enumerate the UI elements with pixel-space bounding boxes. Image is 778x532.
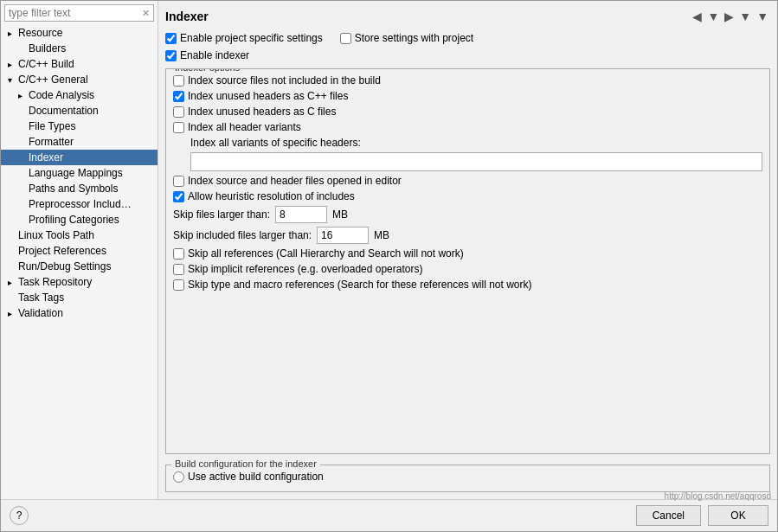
filter-input[interactable]	[9, 7, 142, 19]
sidebar-item-label-builders: Builders	[29, 42, 66, 54]
option-row-index-all-header: Index all header variants	[173, 121, 762, 133]
tree-arrow-icon: ▸	[8, 29, 16, 38]
sidebar-item-label-task-tags: Task Tags	[18, 292, 64, 304]
allow-heuristic-row: Allow heuristic resolution of includes	[173, 190, 762, 202]
sidebar-item-file-types[interactable]: File Types	[1, 119, 158, 134]
skip-implicit-refs-checkbox[interactable]	[173, 264, 184, 275]
sidebar-item-label-profiling-categories: Profiling Categories	[29, 214, 119, 226]
tree-arrow-icon: ▸	[8, 309, 16, 318]
enable-indexer-row: Enable indexer	[165, 49, 770, 61]
allow-heuristic-label: Allow heuristic resolution of includes	[188, 190, 355, 202]
specific-headers-input[interactable]	[190, 152, 762, 171]
skip-implicit-refs-label: Skip implicit references (e.g. overloade…	[188, 263, 422, 275]
index-source-editor-label: Index source and header files opened in …	[188, 175, 402, 187]
store-with-project-row: Store settings with project	[340, 32, 473, 44]
index-all-header-checkbox[interactable]	[173, 122, 184, 133]
filter-box[interactable]: ✕	[4, 4, 154, 22]
skip-files-input[interactable]	[275, 206, 327, 223]
dialog-footer: ? Cancel OK	[1, 499, 777, 531]
sidebar-item-run-debug[interactable]: Run/Debug Settings	[1, 259, 158, 274]
sidebar-item-profiling-categories[interactable]: Profiling Categories	[1, 212, 158, 228]
nav-menu-button[interactable]: ▼	[755, 8, 770, 25]
specific-headers-label: Index all variants of specific headers:	[190, 137, 361, 149]
sidebar-item-label-validation: Validation	[18, 307, 63, 319]
index-source-editor-row: Index source and header files opened in …	[173, 175, 762, 187]
sidebar-item-formatter[interactable]: Formatter	[1, 134, 158, 150]
tree-arrow-icon: ▸	[8, 60, 16, 69]
bottom-options-list: Skip all references (Call Hierarchy and …	[173, 247, 762, 291]
skip-files-label: Skip files larger than:	[173, 208, 270, 221]
sidebar-item-resource[interactable]: ▸Resource	[1, 25, 158, 41]
nav-back-button[interactable]: ◀	[691, 8, 704, 25]
sidebar-item-indexer[interactable]: Indexer	[1, 150, 158, 165]
sidebar-item-linux-tools[interactable]: Linux Tools Path	[1, 228, 158, 243]
index-source-not-included-label: Index source files not included in the b…	[188, 74, 381, 87]
sidebar-item-label-language-mappings: Language Mappings	[29, 167, 123, 179]
sidebar-item-cpp-build[interactable]: ▸C/C++ Build	[1, 56, 158, 72]
ok-button[interactable]: OK	[708, 505, 768, 526]
option-row-index-source-not-included: Index source files not included in the b…	[173, 74, 762, 87]
build-config-group: Build configuration for the indexer Use …	[165, 465, 770, 492]
sidebar-item-cpp-general[interactable]: ▾C/C++ General	[1, 72, 158, 87]
sidebar-item-task-repository[interactable]: ▸Task Repository	[1, 274, 158, 290]
sidebar-item-label-run-debug: Run/Debug Settings	[18, 260, 111, 272]
index-unused-cpp-checkbox[interactable]	[173, 91, 184, 102]
sidebar-item-task-tags[interactable]: Task Tags	[1, 290, 158, 305]
index-source-not-included-checkbox[interactable]	[173, 75, 184, 87]
skip-included-input[interactable]	[317, 227, 369, 244]
sidebar-item-project-references[interactable]: Project References	[1, 243, 158, 259]
cancel-button[interactable]: Cancel	[636, 505, 701, 526]
indexer-options-group-label: Indexer options	[171, 68, 243, 73]
sidebar-item-label-task-repository: Task Repository	[18, 276, 92, 288]
specific-headers-row: Index all variants of specific headers:	[190, 137, 762, 149]
nav-forward-dropdown-button[interactable]: ▼	[737, 8, 753, 25]
sidebar-item-preprocessor[interactable]: Preprocessor Includ…	[1, 196, 158, 212]
store-with-project-checkbox[interactable]	[340, 33, 351, 44]
sidebar-item-label-documentation: Documentation	[29, 105, 99, 117]
allow-heuristic-checkbox[interactable]	[173, 191, 184, 202]
sidebar-item-builders[interactable]: Builders	[1, 41, 158, 56]
enable-project-specific-label: Enable project specific settings	[180, 32, 323, 44]
index-source-editor-checkbox[interactable]	[173, 176, 184, 187]
sidebar-item-language-mappings[interactable]: Language Mappings	[1, 165, 158, 181]
enable-indexer-label: Enable indexer	[180, 49, 249, 61]
store-with-project-label: Store settings with project	[355, 32, 473, 44]
enable-indexer-checkbox[interactable]	[165, 50, 177, 61]
index-unused-c-checkbox[interactable]	[173, 106, 184, 118]
page-title: Indexer	[165, 10, 209, 23]
use-active-build-row: Use active build configuration	[173, 471, 762, 483]
sidebar-item-label-resource: Resource	[18, 27, 62, 39]
skip-included-unit: MB	[374, 229, 389, 241]
sidebar-item-paths-and-symbols[interactable]: Paths and Symbols	[1, 181, 158, 196]
top-checks-row: Enable project specific settings Store s…	[165, 32, 770, 44]
specific-headers-input-row	[190, 152, 762, 171]
build-config-group-label: Build configuration for the indexer	[171, 458, 320, 469]
skip-included-row: Skip included files larger than: MB	[173, 227, 762, 244]
bottom-option-row-skip-implicit-refs: Skip implicit references (e.g. overloade…	[173, 263, 762, 275]
enable-project-specific-checkbox[interactable]	[165, 33, 177, 44]
sidebar-item-validation[interactable]: ▸Validation	[1, 305, 158, 321]
clear-filter-icon[interactable]: ✕	[142, 8, 150, 19]
bottom-option-row-skip-type-macro: Skip type and macro references (Search f…	[173, 279, 762, 291]
header-toolbar: ◀ ▼ ▶ ▼ ▼	[691, 8, 770, 25]
tree-arrow-icon: ▸	[18, 91, 27, 100]
skip-included-label: Skip included files larger than:	[173, 229, 312, 241]
sidebar-item-code-analysis[interactable]: ▸Code Analysis	[1, 87, 158, 103]
preferences-dialog: ✕ ▸ResourceBuilders▸C/C++ Build▾C/C++ Ge…	[0, 0, 778, 532]
use-active-build-radio[interactable]	[173, 471, 184, 483]
use-active-build-label: Use active build configuration	[188, 471, 324, 483]
skip-all-refs-checkbox[interactable]	[173, 248, 184, 260]
skip-files-unit: MB	[332, 208, 348, 221]
bottom-option-row-skip-all-refs: Skip all references (Call Hierarchy and …	[173, 247, 762, 260]
skip-all-refs-label: Skip all references (Call Hierarchy and …	[188, 247, 464, 260]
sidebar-item-documentation[interactable]: Documentation	[1, 103, 158, 119]
skip-type-macro-checkbox[interactable]	[173, 279, 184, 291]
sidebar-item-label-linux-tools: Linux Tools Path	[18, 229, 94, 241]
footer-right: Cancel OK	[636, 505, 768, 526]
indexer-options-group: Indexer options Index source files not i…	[165, 68, 770, 454]
sidebar-item-label-paths-and-symbols: Paths and Symbols	[29, 183, 118, 195]
option-row-index-unused-cpp: Index unused headers as C++ files	[173, 90, 762, 102]
help-button[interactable]: ?	[10, 506, 29, 525]
nav-forward-button[interactable]: ▶	[723, 8, 736, 25]
nav-back-dropdown-button[interactable]: ▼	[705, 8, 721, 25]
